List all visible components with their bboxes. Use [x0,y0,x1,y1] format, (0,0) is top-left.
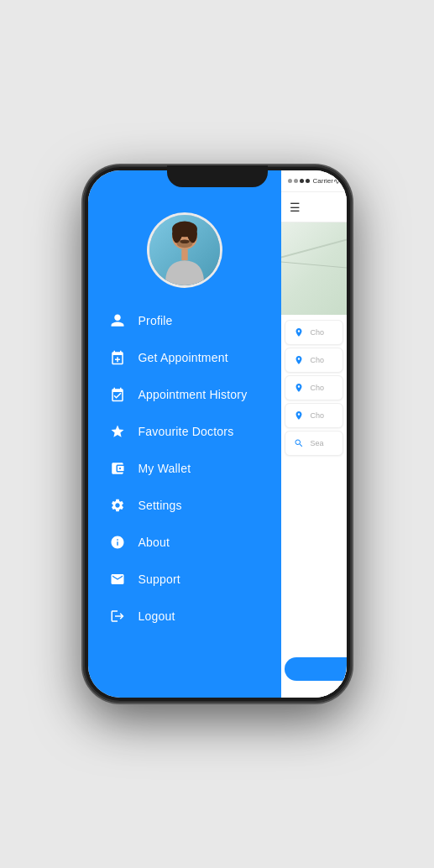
signal-dot-3 [300,179,304,183]
sidebar-item-appointment-history-label: Appointment History [139,388,248,401]
right-content-area: Cho Cho [281,222,347,698]
search-options-list: Cho Cho [281,315,347,698]
hamburger-button[interactable]: ☰ [290,201,301,214]
sidebar-item-support[interactable]: Support [97,562,273,597]
avatar-container [88,212,281,288]
search-option-3-text: Cho [311,384,325,392]
sidebar-item-about-label: About [139,536,170,549]
map-background [281,222,347,323]
search-option-3[interactable]: Cho [285,375,343,400]
avatar [147,212,222,288]
location-pin-icon-1 [292,353,306,367]
sidebar-item-profile[interactable]: Profile [97,303,273,338]
sidebar-item-settings-label: Settings [139,499,182,512]
carrier-label: Carrier [313,177,333,185]
sidebar-item-logout-label: Logout [139,609,175,623]
right-header: ☰ [281,192,347,222]
sidebar-item-logout[interactable]: Logout [97,599,273,634]
star-icon [108,422,127,441]
map-line-2 [281,261,347,269]
bottom-action-button[interactable] [285,657,347,681]
person-location-icon [292,326,306,339]
location-pin-icon-2 [292,381,306,395]
map-line-1 [281,237,347,259]
signal-dot-2 [294,179,298,183]
phone-notch [167,165,268,187]
signal-dot-1 [288,179,292,183]
svg-point-6 [187,235,191,239]
calendar-plus-icon [108,348,127,367]
search-option-4-text: Cho [311,411,325,420]
search-option-2-text: Cho [311,356,325,364]
search-option-2[interactable]: Cho [285,348,343,373]
sidebar-item-about[interactable]: About [97,525,273,560]
signal-dot-4 [306,179,310,183]
phone-screen: Profile Get Appointment [88,170,347,698]
svg-point-8 [180,239,189,243]
search-option-5-text: Sea [311,439,324,447]
sidebar-item-favourite-doctors-label: Favourite Doctors [139,425,234,438]
svg-point-4 [187,224,196,243]
sidebar-item-appointment-history[interactable]: Appointment History [97,377,273,412]
menu-items-list: Profile Get Appointment [88,303,281,635]
wallet-icon [108,459,127,478]
wifi-icon: ∿ [333,177,340,186]
person-icon [108,311,127,330]
right-panel: Carrier ∿ ☰ [281,170,347,698]
search-option-1-text: Cho [311,328,325,337]
search-option-1[interactable]: Cho [285,320,343,345]
sidebar-item-get-appointment[interactable]: Get Appointment [97,340,273,375]
sidebar-item-support-label: Support [139,573,180,586]
calendar-check-icon [108,385,127,404]
signal-area: Carrier [288,177,333,185]
search-person-icon [292,437,306,450]
svg-rect-9 [181,249,187,260]
search-option-4[interactable]: Cho [285,403,343,428]
svg-point-3 [172,224,181,243]
right-status-bar: Carrier ∿ [281,170,347,192]
logout-icon [108,607,127,625]
phone-device: Profile Get Appointment [83,165,352,703]
search-option-5[interactable]: Sea [285,431,343,456]
sidebar-item-settings[interactable]: Settings [97,488,273,523]
sidebar-item-my-wallet-label: My Wallet [139,462,191,475]
info-icon [108,533,127,552]
avatar-image [149,215,220,285]
sidebar-item-my-wallet[interactable]: My Wallet [97,451,273,486]
svg-point-5 [178,235,181,239]
gear-icon [108,496,127,515]
sidebar-item-get-appointment-label: Get Appointment [139,351,228,364]
person-medical-icon [292,409,306,422]
sidebar-drawer: Profile Get Appointment [88,170,281,698]
envelope-icon [108,570,127,588]
sidebar-item-favourite-doctors[interactable]: Favourite Doctors [97,414,273,449]
sidebar-item-profile-label: Profile [139,314,173,327]
